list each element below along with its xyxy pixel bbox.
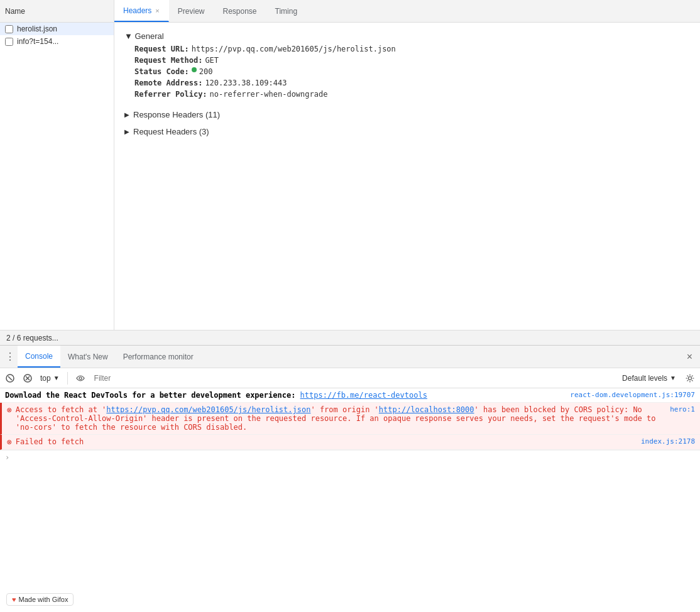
clear-console-button[interactable] [3,371,18,386]
console-prompt: › [0,450,700,464]
request-headers-section[interactable]: ▶ Request Headers (3) [124,123,690,140]
tab-timing[interactable]: Timing [266,0,307,22]
cors-fetch-url[interactable]: https://pvp.qq.com/web201605/js/herolist… [106,405,310,414]
status-code-value: 200 [199,67,213,76]
request-method-label: Request Method: [134,56,202,65]
svg-line-1 [8,376,12,380]
console-more-icon[interactable]: ⋮ [3,351,18,363]
name-column-header: Name [0,0,114,22]
tab-performance-monitor[interactable]: Performance monitor [116,346,201,368]
react-message-source[interactable]: react-dom.development.js:19707 [560,391,695,399]
cors-origin-url[interactable]: http://localhost:8000 [379,405,474,414]
console-output: Download the React DevTools for a better… [0,388,700,612]
failed-fetch-text: Failed to fetch [16,437,84,446]
console-message-failed: ⊗ Failed to fetch index.js:2178 [0,435,700,450]
referrer-policy-value: no-referrer-when-downgrade [210,90,328,99]
settings-gear-button[interactable] [682,371,697,386]
request-count: 2 / 6 requests... [6,334,58,342]
request-url-value: https://pvp.qq.com/web201605/js/herolist… [192,45,396,53]
toolbar-divider [67,372,68,385]
failed-fetch-content: Failed to fetch [16,437,631,446]
remote-address-value: 120.233.38.109:443 [205,79,287,87]
console-message-cors: ⊗ Access to fetch at 'https://pvp.qq.com… [0,403,700,435]
network-status-bar: 2 / 6 requests... [0,330,700,345]
remote-address-row: Remote Address: 120.233.38.109:443 [124,79,690,87]
file-checkbox-info[interactable] [5,38,13,46]
stop-network-button[interactable] [20,371,35,386]
tab-headers[interactable]: Headers × [114,0,169,22]
network-tab-bar: Name Headers × Preview Response Timing [0,0,700,23]
close-headers-tab[interactable]: × [155,7,159,14]
general-section-header[interactable]: ▼ General [124,28,690,45]
failed-error-icon: ⊗ [7,437,12,447]
request-method-row: Request Method: GET [124,56,690,65]
tab-console[interactable]: Console [18,346,60,368]
response-headers-section[interactable]: ▶ Response Headers (11) [124,106,690,123]
file-list-sidebar: herolist.json info?t=154... [0,23,114,330]
prompt-arrow: › [5,453,9,462]
file-checkbox-herolist[interactable] [5,25,13,33]
status-dot [192,67,197,72]
eye-icon[interactable] [73,371,88,386]
react-devtools-text: Download the React DevTools for a better… [5,391,300,400]
filter-input[interactable] [90,373,616,384]
network-main-content: herolist.json info?t=154... ▼ General Re… [0,23,700,330]
tab-preview[interactable]: Preview [169,0,214,22]
svg-point-6 [689,376,692,380]
request-headers-arrow: ▶ [124,128,129,135]
file-item-info[interactable]: info?t=154... [0,35,114,48]
console-panel: ⋮ Console What's New Performance monitor… [0,346,700,612]
react-devtools-link[interactable]: https://fb.me/react-devtools [300,391,427,400]
tab-response[interactable]: Response [214,0,266,22]
headers-detail-panel: ▼ General Request URL: https://pvp.qq.co… [114,23,700,330]
cors-error-icon: ⊗ [7,405,12,415]
cors-error-text1: Access to fetch at 'https://pvp.qq.com/w… [16,405,656,432]
gifox-heart-icon: ♥ [12,596,16,603]
tab-whats-new[interactable]: What's New [60,346,116,368]
failed-fetch-source[interactable]: index.js:2178 [631,437,695,445]
request-method-value: GET [205,56,219,65]
remote-address-label: Remote Address: [134,79,202,87]
devtools-network-panel: Name Headers × Preview Response Timing h… [0,0,700,346]
network-tabs: Headers × Preview Response Timing [114,0,700,22]
status-code-row: Status Code: 200 [124,67,690,76]
log-levels-selector[interactable]: Default levels ▼ [618,374,680,383]
cors-error-source[interactable]: hero:1 [660,405,695,413]
referrer-policy-row: Referrer Policy: no-referrer-when-downgr… [124,90,690,99]
cors-error-content: Access to fetch at 'https://pvp.qq.com/w… [16,405,660,432]
request-url-row: Request URL: https://pvp.qq.com/web20160… [124,45,690,53]
react-devtools-message: Download the React DevTools for a better… [5,391,560,400]
levels-dropdown-arrow: ▼ [670,374,676,381]
console-message-react: Download the React DevTools for a better… [0,388,700,403]
referrer-policy-label: Referrer Policy: [134,90,207,99]
gifox-label: Made with Gifox [19,596,68,603]
gifox-badge: ♥ Made with Gifox [6,593,74,606]
response-headers-arrow: ▶ [124,111,129,118]
context-selector[interactable]: top ▼ [38,374,62,383]
request-url-label: Request URL: [134,45,189,53]
svg-point-5 [79,377,82,380]
file-item-herolist[interactable]: herolist.json [0,23,114,35]
close-console-button[interactable]: × [682,351,697,363]
console-toolbar: top ▼ Default levels ▼ [0,368,700,388]
status-code-label: Status Code: [134,67,189,76]
context-dropdown-arrow: ▼ [53,374,60,381]
name-label: Name [5,7,25,16]
console-tab-bar: ⋮ Console What's New Performance monitor… [0,346,700,368]
